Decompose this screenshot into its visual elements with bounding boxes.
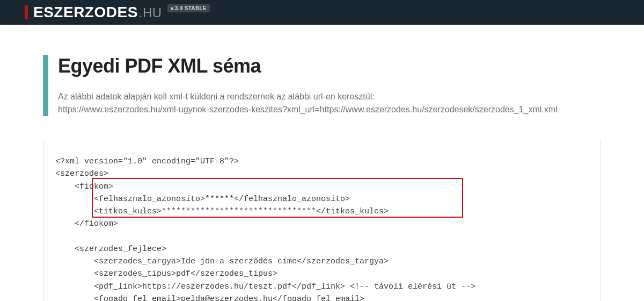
xml-code-block: <?xml version="1.0" encoding="UTF-8"?> <… — [43, 140, 601, 301]
heading-block: Egyedi PDF XML séma Az alábbi adatok ala… — [43, 55, 601, 116]
top-bar: ESZERZODES.HU v.3.4 STABLE — [0, 0, 644, 25]
code-line: <szerzodes> — [55, 169, 108, 178]
intro-line-2: https://www.eszerzodes.hu/xml-ugynok-sze… — [58, 105, 558, 114]
brand-logo[interactable]: ESZERZODES.HU — [33, 5, 162, 20]
page-content: Egyedi PDF XML séma Az alábbi adatok ala… — [0, 25, 644, 301]
code-line: <fogado_fel_email>pelda@eszerzodes.hu</f… — [55, 295, 364, 301]
code-line: </fiokom> — [55, 219, 118, 228]
code-line: <?xml version="1.0" encoding="UTF-8"?> — [55, 157, 239, 166]
code-line: <szerzodes_fejlece> — [55, 245, 166, 254]
brand-main: ESZERZODES — [33, 5, 138, 20]
code-line: <felhasznalo_azonosito>******</felhaszna… — [55, 195, 350, 204]
code-line: <szerzodes_targya>Ide jön a szerződés cí… — [55, 257, 389, 266]
version-badge: v.3.4 STABLE — [167, 4, 210, 12]
intro-line-1: Az alábbi adatok alapján kell xml-t küld… — [58, 92, 375, 101]
intro-text: Az alábbi adatok alapján kell xml-t küld… — [58, 90, 601, 116]
code-line: <pdf_link>https://eszerzodes.hu/teszt.pd… — [55, 282, 475, 291]
brand-tld: .HU — [139, 6, 162, 19]
brand-accent — [25, 5, 28, 19]
code-line: <titkos_kulcs>**************************… — [55, 207, 389, 216]
code-line: <fiokom> — [55, 182, 113, 191]
page-title: Egyedi PDF XML séma — [58, 55, 601, 77]
code-line: <szerzodes_tipus>pdf</szerzodes_tipus> — [55, 269, 277, 278]
